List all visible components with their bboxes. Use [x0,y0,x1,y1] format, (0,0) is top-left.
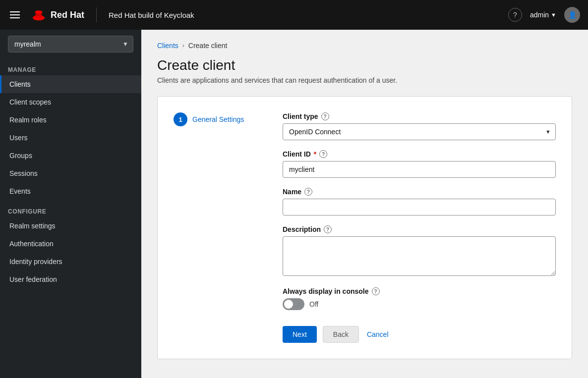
help-button[interactable]: ? [508,8,522,22]
hamburger-menu[interactable] [8,9,22,20]
always-display-label: Always display in console ? [283,287,556,295]
page-subtitle: Clients are applications and services th… [157,76,572,84]
manage-section-label: Manage [0,58,141,75]
realm-selector[interactable]: myrealm ▼ [8,36,133,53]
description-label: Description ? [283,225,556,233]
realm-dropdown[interactable]: myrealm [8,36,133,53]
name-input[interactable] [283,199,556,216]
avatar[interactable]: 👤 [564,7,580,23]
sidebar-item-realm-settings-label: Realm settings [9,222,56,230]
steps-panel: 1 General Settings [174,112,263,343]
always-display-toggle-group: Off [283,298,556,310]
step-1-number: 1 [174,112,187,126]
name-group: Name ? [283,188,556,216]
always-display-toggle[interactable] [283,298,304,310]
sidebar-item-realm-roles-label: Realm roles [9,116,47,124]
next-button[interactable]: Next [283,326,317,343]
user-menu[interactable]: admin ▼ [530,11,556,19]
breadcrumb-separator: › [182,42,184,49]
sidebar-item-groups[interactable]: Groups [0,147,141,164]
sidebar-item-sessions[interactable]: Sessions [0,164,141,182]
description-group: Description ? [283,225,556,277]
sidebar-item-events[interactable]: Events [0,182,141,200]
client-type-label: Client type ? [283,112,556,120]
navbar-divider [96,7,97,22]
client-id-help-icon[interactable]: ? [319,150,327,158]
client-type-help-icon[interactable]: ? [321,112,329,120]
sidebar-item-identity-providers[interactable]: Identity providers [0,253,141,270]
name-label: Name ? [283,188,556,196]
cancel-button[interactable]: Cancel [365,326,391,343]
username-label: admin [530,11,549,19]
main-layout: myrealm ▼ Manage Clients Client scopes R… [0,30,588,378]
sidebar-item-user-federation-label: User federation [9,275,57,283]
avatar-icon: 👤 [568,11,577,19]
redhat-logo-icon [30,6,48,24]
always-display-state-label: Off [309,300,318,308]
form-fields: Client type ? OpenID Connect SAML Client… [283,112,556,343]
sidebar: myrealm ▼ Manage Clients Client scopes R… [0,30,141,378]
sidebar-item-events-label: Events [9,187,31,195]
brand-logo: Red Hat [30,6,84,24]
question-icon: ? [513,11,517,19]
sidebar-item-sessions-label: Sessions [9,169,38,177]
always-display-help-icon[interactable]: ? [372,287,380,295]
redhat-text: Red Hat [51,10,84,20]
sidebar-item-users-label: Users [9,134,28,142]
breadcrumb-current: Create client [188,42,228,50]
sidebar-item-authentication[interactable]: Authentication [0,235,141,253]
client-type-group: Client type ? OpenID Connect SAML [283,112,556,140]
page-title: Create client [157,57,572,73]
name-help-icon[interactable]: ? [304,188,312,196]
user-dropdown-icon: ▼ [551,12,556,18]
step-1-label: General Settings [192,115,244,123]
breadcrumb-clients-link[interactable]: Clients [157,42,178,50]
sidebar-item-authentication-label: Authentication [9,240,54,248]
client-id-label: Client ID * ? [283,150,556,158]
form-card: 1 General Settings Client type ? OpenID … [157,96,572,359]
navbar-right: ? admin ▼ 👤 [508,7,580,23]
client-type-select-wrapper: OpenID Connect SAML [283,123,556,140]
sidebar-item-client-scopes[interactable]: Client scopes [0,93,141,111]
main-content: Clients › Create client Create client Cl… [141,30,588,378]
description-input[interactable] [283,236,556,276]
sidebar-item-identity-providers-label: Identity providers [9,258,62,266]
sidebar-item-users[interactable]: Users [0,129,141,147]
description-help-icon[interactable]: ? [324,225,332,233]
back-button[interactable]: Back [323,326,359,343]
form-actions: Next Back Cancel [283,326,556,343]
configure-section-label: Configure [0,200,141,217]
client-type-select[interactable]: OpenID Connect SAML [283,123,556,140]
always-display-group: Always display in console ? Off [283,287,556,310]
sidebar-item-user-federation[interactable]: User federation [0,270,141,288]
svg-point-1 [35,10,43,14]
navbar: Red Hat Red Hat build of Keycloak ? admi… [0,0,588,30]
breadcrumb: Clients › Create client [157,42,572,50]
sidebar-item-clients[interactable]: Clients [0,75,141,93]
sidebar-item-clients-label: Clients [9,80,31,88]
step-1: 1 General Settings [174,112,263,126]
sidebar-item-client-scopes-label: Client scopes [9,98,51,106]
client-id-required-star: * [314,150,316,158]
sidebar-item-realm-roles[interactable]: Realm roles [0,111,141,129]
client-id-input[interactable] [283,161,556,178]
sidebar-item-realm-settings[interactable]: Realm settings [0,217,141,235]
sidebar-item-groups-label: Groups [9,152,32,160]
client-id-group: Client ID * ? [283,150,556,178]
app-title: Red Hat build of Keycloak [109,11,194,19]
